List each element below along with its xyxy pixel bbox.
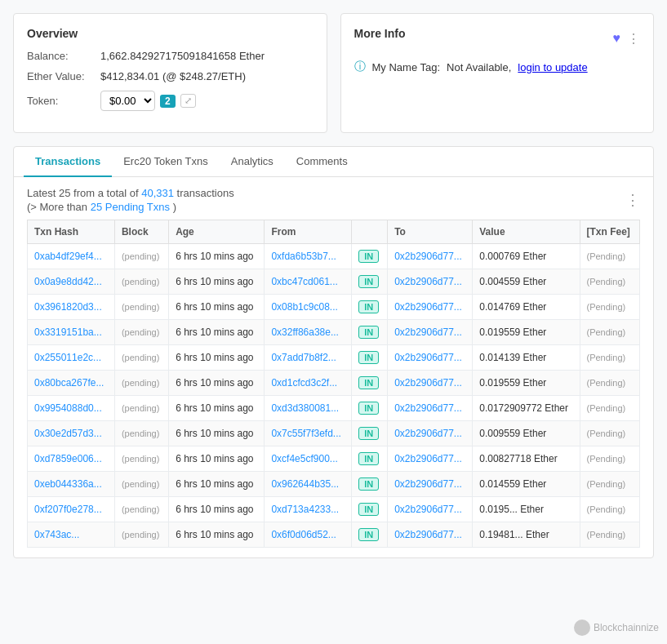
nametag-link[interactable]: login to update [518, 61, 587, 73]
from-link[interactable]: 0xd1cfcd3c2f... [271, 377, 337, 389]
txn-hash-link[interactable]: 0xf207f0e278... [34, 504, 102, 515]
block-pending: (pending) [122, 302, 159, 312]
txn-pending-line: (> More than 25 Pending Txns ) [27, 201, 234, 213]
from-cell: 0xd1cfcd3c2f... [265, 371, 352, 396]
value-cell: 0.004559 Ether [473, 269, 580, 295]
direction-cell: IN [352, 295, 388, 320]
direction-badge: IN [358, 427, 379, 440]
from-cell: 0x962644b35... [265, 472, 352, 497]
to-link[interactable]: 0x2b2906d77... [394, 301, 462, 313]
tab-transactions[interactable]: Transactions [24, 147, 112, 177]
value-cell: 0.014139 Ether [473, 345, 580, 371]
to-link[interactable]: 0x2b2906d77... [394, 529, 462, 540]
tab-comments[interactable]: Comments [285, 147, 359, 177]
direction-badge: IN [358, 326, 379, 339]
table-row: 0x0a9e8dd42...(pending)6 hrs 10 mins ago… [28, 269, 640, 295]
txn-hash-link[interactable]: 0xab4df29ef4... [34, 251, 102, 262]
direction-cell: IN [352, 371, 388, 396]
txn-total-link[interactable]: 40,331 [141, 187, 174, 199]
to-link[interactable]: 0x2b2906d77... [394, 402, 462, 414]
direction-cell: IN [352, 320, 388, 345]
from-link[interactable]: 0xcf4e5cf900... [271, 453, 337, 464]
fee-cell: (Pending) [580, 522, 640, 548]
balance-value: 1,662.842927175091841658 Ether [100, 50, 265, 62]
to-link[interactable]: 0x2b2906d77... [394, 453, 462, 464]
table-row: 0xd7859e006...(pending)6 hrs 10 mins ago… [28, 446, 640, 472]
to-cell: 0x2b2906d77... [388, 396, 473, 421]
to-link[interactable]: 0x2b2906d77... [394, 326, 462, 338]
from-link[interactable]: 0x32ff86a38e... [271, 326, 339, 338]
block-pending: (pending) [122, 454, 159, 464]
expand-icon[interactable]: ⤢ [180, 94, 196, 108]
to-link[interactable]: 0x2b2906d77... [394, 276, 462, 287]
txn-hash-cell: 0xf207f0e278... [28, 497, 115, 522]
from-link[interactable]: 0xd713a4233... [271, 504, 339, 515]
txn-pending-close: ) [173, 201, 176, 213]
txn-hash-link[interactable]: 0x255011e2c... [34, 352, 101, 363]
txn-hash-link[interactable]: 0x9954088d0... [34, 402, 102, 414]
moreinfo-icons: ♥ ⋮ [613, 31, 641, 47]
from-link[interactable]: 0x6f0d06d52... [271, 529, 336, 540]
block-cell: (pending) [114, 371, 168, 396]
txn-hash-cell: 0xeb044336a... [28, 472, 115, 497]
block-cell: (pending) [114, 320, 168, 345]
txn-hash-link[interactable]: 0x3319151ba... [34, 326, 102, 338]
txn-hash-link[interactable]: 0x30e2d57d3... [34, 428, 102, 439]
from-link[interactable]: 0x7c55f7f3efd... [271, 428, 340, 439]
from-link[interactable]: 0xd3d380081... [271, 402, 339, 414]
txn-pending-text: (> More than [27, 201, 87, 213]
txn-pending-link[interactable]: 25 Pending Txns [91, 201, 170, 213]
heart-icon[interactable]: ♥ [613, 31, 621, 47]
value-cell: 0.0195... Ether [473, 497, 580, 522]
txn-hash-link[interactable]: 0x743ac... [34, 529, 79, 540]
txn-hash-cell: 0xd7859e006... [28, 446, 115, 472]
col-age: Age [169, 220, 265, 244]
age-cell: 6 hrs 10 mins ago [169, 472, 265, 497]
fee-cell: (Pending) [580, 345, 640, 371]
fee-pending: (Pending) [587, 302, 626, 312]
to-link[interactable]: 0x2b2906d77... [394, 377, 462, 389]
to-link[interactable]: 0x2b2906d77... [394, 504, 462, 515]
txn-hash-link[interactable]: 0x0a9e8dd42... [34, 276, 102, 287]
txn-hash-link[interactable]: 0xeb044336a... [34, 478, 102, 490]
from-link[interactable]: 0x962644b35... [271, 478, 339, 490]
block-pending: (pending) [122, 277, 159, 286]
txn-hash-link[interactable]: 0x3961820d3... [34, 301, 102, 313]
to-link[interactable]: 0x2b2906d77... [394, 428, 462, 439]
block-cell: (pending) [114, 295, 168, 320]
tab-analytics[interactable]: Analytics [220, 147, 285, 177]
table-row: 0xab4df29ef4...(pending)6 hrs 10 mins ag… [28, 244, 640, 269]
fee-cell: (Pending) [580, 371, 640, 396]
table-row: 0x3961820d3...(pending)6 hrs 10 mins ago… [28, 295, 640, 320]
txn-hash-link[interactable]: 0x80bca267fe... [34, 377, 104, 389]
block-pending: (pending) [122, 504, 159, 514]
value-cell: 0.019559 Ether [473, 320, 580, 345]
table-options-icon[interactable]: ⋮ [625, 191, 640, 209]
to-link[interactable]: 0x2b2906d77... [394, 352, 462, 363]
nametag-row: ⓘ My Name Tag: Not Available, login to u… [354, 60, 641, 74]
to-link[interactable]: 0x2b2906d77... [394, 251, 462, 262]
txn-summary: Latest 25 from a total of 40,331 transac… [27, 187, 640, 213]
to-cell: 0x2b2906d77... [388, 295, 473, 320]
age-cell: 6 hrs 10 mins ago [169, 320, 265, 345]
from-link[interactable]: 0x7add7b8f2... [271, 352, 336, 363]
from-cell: 0x7add7b8f2... [265, 345, 352, 371]
token-select[interactable]: $0.00 [100, 91, 155, 111]
age-cell: 6 hrs 10 mins ago [169, 497, 265, 522]
txn-summary-left: Latest 25 from a total of 40,331 transac… [27, 187, 234, 213]
more-options-icon[interactable]: ⋮ [627, 31, 640, 47]
tabs-container: Transactions Erc20 Token Txns Analytics … [13, 146, 654, 558]
from-link[interactable]: 0xfda6b53b7... [271, 251, 336, 262]
direction-badge: IN [358, 300, 379, 313]
fee-pending: (Pending) [587, 327, 626, 337]
direction-badge: IN [358, 351, 379, 364]
col-txn-hash: Txn Hash [28, 220, 115, 244]
to-link[interactable]: 0x2b2906d77... [394, 478, 462, 490]
txn-hash-link[interactable]: 0xd7859e006... [34, 453, 102, 464]
token-label: Token: [27, 95, 100, 107]
from-link[interactable]: 0x08b1c9c08... [271, 301, 337, 313]
fee-cell: (Pending) [580, 446, 640, 472]
col-direction [352, 220, 388, 244]
tab-erc20[interactable]: Erc20 Token Txns [112, 147, 220, 177]
from-link[interactable]: 0xbc47cd061... [271, 276, 337, 287]
